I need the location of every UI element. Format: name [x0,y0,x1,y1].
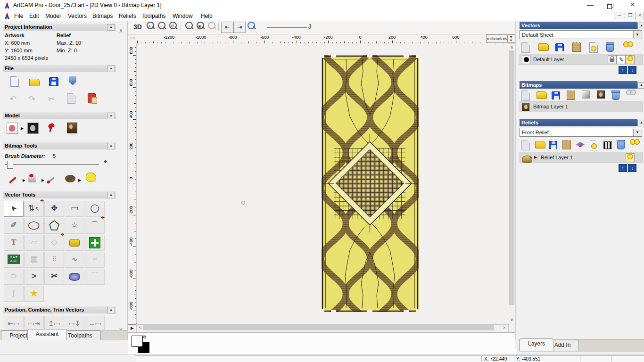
block-copy-tool[interactable]: ⠿ [44,252,64,268]
scroll-left-icon[interactable]: < [137,325,143,331]
tab-layers[interactable]: Layers [520,338,553,351]
interactive-distortion-tool[interactable] [65,269,84,285]
open-model-icon[interactable] [29,76,41,88]
align-left-tool[interactable]: ⇤▭ [4,316,24,332]
text-in-box-tool[interactable]: ●▲■ABC [4,252,24,268]
save-bitmap-layer-icon[interactable] [552,90,562,100]
link-colours-icon[interactable]: ⧉ [143,334,146,340]
collapse-button[interactable]: ▲ [107,192,115,198]
new-relief-layer-icon[interactable] [521,140,532,149]
collapse-button[interactable]: ▲ [637,82,644,89]
relief-layer-row[interactable]: + ▶ Relief Layer 1 [520,152,643,163]
invert-model-icon[interactable] [27,123,40,134]
menu-bitmaps[interactable]: Bitmaps [90,12,116,20]
align-centre-tool[interactable]: ↔▭ [85,316,105,332]
show-all-bitmaps-icon[interactable] [626,90,636,99]
2d-view[interactable] [136,43,508,323]
create-star-tool[interactable]: ☆ [65,218,84,234]
delete-vector-layer-icon[interactable] [606,42,617,52]
load-texture-icon[interactable] [67,123,79,134]
ruler-corner[interactable]: ⁘⁘ [128,34,137,44]
show-all-layers-icon[interactable] [623,41,634,51]
save-model-icon[interactable] [49,76,61,88]
open-bitmap-layer-icon[interactable] [537,90,547,100]
layer-name[interactable]: Relief Layer 1 [541,152,573,163]
flyout-arrow-icon[interactable]: ▶ [21,126,24,131]
merge-bitmap-layers-icon[interactable] [567,90,577,100]
create-polygon-tool[interactable] [44,218,64,234]
scroll-right-icon[interactable]: > [501,325,507,331]
redo-icon[interactable]: ↷ [28,93,41,105]
stack-reliefs-icon[interactable] [576,140,586,149]
create-polyline-tool[interactable]: ✐ [4,218,24,234]
set-model-size-icon[interactable] [7,123,19,134]
collapse-button[interactable]: ▲ [107,24,115,31]
brush-diameter-slider[interactable] [5,164,99,165]
zoom-previous-icon[interactable]: ↺ [167,22,179,32]
zoom-objects-icon[interactable]: ▣ [195,22,206,32]
relief-greyscale-icon[interactable] [603,140,614,149]
flyout-arrow-icon[interactable]: ▶ [23,178,25,182]
create-rectangle-tool[interactable]: ▭ [65,201,84,217]
vector-sheet-select[interactable]: Default Sheet ▼ [520,30,642,39]
move-layer-up-button[interactable]: ↑ [619,66,627,74]
menu-vectors[interactable]: Vectors [65,12,90,20]
minimize-button[interactable]: — [581,0,600,10]
collapse-button[interactable]: ▲ [637,23,644,29]
copy-icon[interactable] [67,93,79,105]
bitmap-preview-icon[interactable] [597,90,607,100]
toggle-layer-visibility-icon[interactable] [589,42,600,52]
pan-view-icon[interactable] [246,22,257,32]
undo-icon[interactable]: ↶ [9,93,22,105]
panel-scroll-up-icon[interactable]: ∧ [119,27,123,34]
spin-profile-tool[interactable]: ★ [24,286,44,302]
mdi-restore-button[interactable]: ❐ [625,12,636,20]
paste-vectors-tool[interactable] [85,235,105,251]
layer-name[interactable]: Default Layer [533,54,564,65]
menu-help[interactable]: Help [198,12,215,20]
show-all-reliefs-icon[interactable] [630,139,640,148]
open-relief-layer-icon[interactable] [535,140,545,149]
flood-fill-icon[interactable] [28,173,41,185]
bitmap-doctor-icon[interactable] [86,173,98,184]
offset-vector-tool[interactable]: ◇✛ [44,235,64,251]
transform-vectors-tool[interactable]: ✥ [44,201,64,217]
menu-toolpaths[interactable]: Toolpaths [139,12,168,20]
create-arc-tool[interactable]: ⌒✛ [85,218,105,234]
zoom-out-icon[interactable]: − [156,22,167,32]
bitmap-layer-row[interactable]: Bitmap Layer 1 [520,101,643,112]
layer-colour-swatch[interactable] [522,56,530,64]
layer-visible-button[interactable] [626,153,635,162]
distort-vectors-tool[interactable]: ▦ [24,252,44,268]
scroll-down-icon[interactable]: ∨ [509,317,515,323]
layer-visible-button[interactable] [626,55,635,64]
fit-arcs-tool[interactable]: ⊃ [4,269,24,285]
view-fade-slider[interactable] [267,27,307,28]
menu-model[interactable]: Model [42,12,64,20]
slider-handle[interactable] [7,161,13,169]
relief-visibility-icon[interactable] [590,140,600,149]
units-dropdown-icon[interactable]: ▼▼ [507,35,514,42]
open-vector-layer-icon[interactable] [538,42,549,52]
create-circle-tool[interactable]: ◯ [85,201,105,217]
measure-tool[interactable] [65,235,84,251]
node-editing-tool[interactable]: ⇅↖✛ [24,201,44,217]
mdi-minimize-button[interactable]: ─ [614,12,625,20]
collapse-button[interactable]: ▲ [637,120,644,126]
dropdown-arrow-icon[interactable]: ▼ [633,31,641,38]
free-form-tool[interactable]: ⌒ [85,269,105,285]
close-button[interactable]: × [623,0,642,10]
vector-layer-row[interactable]: Default Layer ✎ [520,54,643,65]
scroll-up-icon[interactable]: ∧ [509,44,515,50]
move-layer-up-button[interactable]: ↑ [619,164,627,172]
menu-file[interactable]: File [11,12,26,20]
fit-vectors-tool[interactable]: ≈ [85,252,105,268]
zoom-window-icon[interactable]: ▭ [183,22,195,32]
merge-relief-layers-icon[interactable] [562,140,573,149]
lighting-icon[interactable] [47,123,59,134]
palette-icon[interactable] [65,173,77,185]
select-vectors-tool[interactable]: ➤ [4,201,24,217]
dropdown-arrow-icon[interactable]: ▼ [633,129,641,136]
flyout-arrow-icon[interactable]: ▶ [41,178,44,182]
slider-handle-icon[interactable]: Ɉ [308,22,312,30]
